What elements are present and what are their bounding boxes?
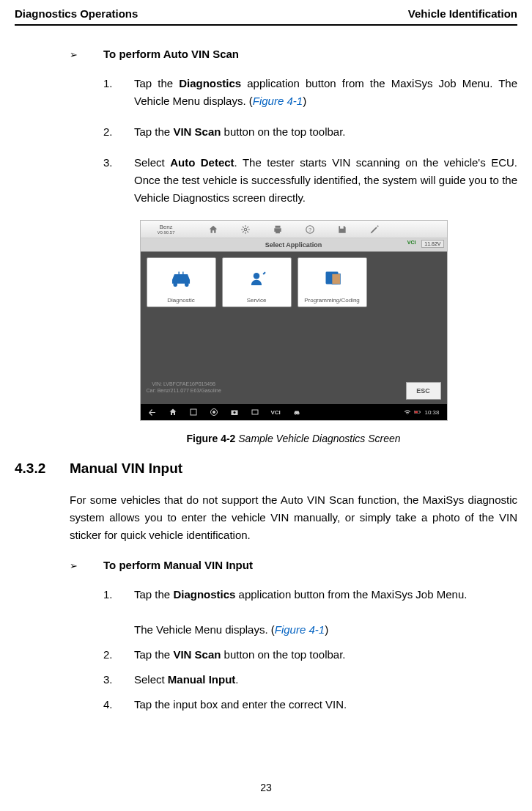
edit-icon[interactable]	[369, 224, 380, 235]
figure-bottom-bar: VCI 10:38	[141, 404, 447, 420]
list-item: 3. Select Auto Detect. The tester starts…	[103, 154, 517, 207]
section-title: Manual VIN Input	[70, 460, 182, 477]
procedure-heading-2: ➢ To perform Manual VIN Input	[70, 559, 517, 571]
step-number: 3.	[103, 671, 134, 689]
tile-diagnostic[interactable]: Diagnostic	[147, 257, 216, 307]
step-number: 1.	[103, 586, 134, 639]
back-icon[interactable]	[148, 408, 157, 416]
service-icon	[244, 258, 269, 297]
step-text: Tap the VIN Scan button on the top toolb…	[134, 646, 517, 664]
esc-button[interactable]: ESC	[406, 382, 441, 400]
toolbar-icons: ?	[192, 224, 447, 235]
svg-rect-6	[191, 409, 196, 415]
time-label: 10:38	[424, 409, 439, 416]
camera-icon[interactable]	[230, 408, 239, 416]
list-item: 1. Tap the Diagnostics application butto…	[103, 586, 517, 639]
section-paragraph: For some vehicles that do not support th…	[70, 491, 517, 544]
svg-text:?: ?	[308, 226, 311, 232]
procedure-title-1: To perform Auto VIN Scan	[103, 48, 239, 60]
figure-link[interactable]: Figure 4-1	[275, 623, 325, 636]
home-icon[interactable]	[208, 224, 218, 235]
step-number: 3.	[103, 154, 134, 207]
recent-icon[interactable]	[189, 408, 198, 416]
step-list-1: 1. Tap the Diagnostics application butto…	[70, 75, 517, 207]
section-heading: 4.3.2 Manual VIN Input	[15, 460, 517, 477]
tile-service[interactable]: Service	[222, 257, 292, 307]
list-item: 1. Tap the Diagnostics application butto…	[103, 75, 517, 110]
svg-point-3	[254, 272, 260, 279]
header-left: Diagnostics Operations	[15, 7, 138, 20]
page-header: Diagnostics Operations Vehicle Identific…	[15, 7, 517, 26]
app-tiles: Diagnostic Service Programming/Coding	[147, 257, 367, 307]
print-icon[interactable]	[273, 224, 283, 235]
step-text: Tap the Diagnostics application button f…	[134, 75, 517, 110]
step-text: Select Auto Detect. The tester starts VI…	[134, 154, 517, 207]
arrow-bullet-icon: ➢	[70, 560, 103, 571]
tile-programming[interactable]: Programming/Coding	[298, 257, 367, 307]
battery-icon	[414, 409, 421, 415]
save-icon[interactable]	[337, 224, 347, 235]
procedure-title-2: To perform Manual VIN Input	[103, 559, 253, 571]
home-nav-icon[interactable]	[169, 408, 177, 416]
figure-container: Benz V0.90.57 ? Select Application VCI 1…	[70, 220, 517, 444]
step-text: Tap the Diagnostics application button f…	[134, 586, 517, 639]
header-right: Vehicle Identification	[408, 7, 517, 20]
programming-icon	[319, 258, 344, 297]
figure-subtitle-bar: Select Application	[141, 238, 447, 252]
step-number: 2.	[103, 123, 134, 141]
svg-point-8	[213, 411, 215, 414]
svg-rect-11	[252, 410, 258, 414]
svg-rect-5	[332, 274, 340, 284]
svg-point-10	[233, 411, 235, 414]
step-number: 2.	[103, 646, 134, 664]
settings-icon[interactable]	[240, 224, 251, 235]
vci-indicator: VCI	[407, 240, 416, 245]
step-text: Tap the VIN Scan button on the top toolb…	[134, 123, 517, 141]
list-item: 3. Select Manual Input.	[103, 671, 517, 689]
vin-info: VIN: LVBFCFAE16P015498 Car: Benz/211.077…	[147, 381, 221, 394]
vci-nav-label[interactable]: VCI	[271, 409, 281, 416]
step-number: 1.	[103, 75, 134, 110]
figure-top-toolbar: Benz V0.90.57 ?	[141, 221, 447, 238]
step-number: 4.	[103, 696, 134, 713]
help-icon[interactable]: ?	[305, 224, 315, 235]
record-icon[interactable]	[210, 408, 218, 416]
svg-rect-13	[415, 411, 418, 414]
car-icon	[169, 258, 193, 297]
wifi-icon	[404, 408, 411, 416]
arrow-bullet-icon: ➢	[70, 49, 103, 60]
step-text: Tap the input box and enter the correct …	[134, 696, 517, 713]
list-item: 2. Tap the VIN Scan button on the top to…	[103, 123, 517, 141]
svg-rect-14	[420, 411, 421, 413]
svg-point-0	[244, 228, 247, 231]
car-nav-icon[interactable]	[292, 408, 301, 416]
screenshot-figure: Benz V0.90.57 ? Select Application VCI 1…	[140, 220, 448, 421]
screenshot-icon[interactable]	[251, 408, 259, 416]
figure-link[interactable]: Figure 4-1	[253, 95, 303, 107]
section-number: 4.3.2	[15, 460, 56, 477]
figure-caption: Figure 4-2 Sample Vehicle Diagnostics Sc…	[70, 433, 517, 444]
list-item: 4. Tap the input box and enter the corre…	[103, 696, 517, 713]
procedure-heading-1: ➢ To perform Auto VIN Scan	[70, 48, 517, 60]
list-item: 2. Tap the VIN Scan button on the top to…	[103, 646, 517, 664]
step-text: Select Manual Input.	[134, 671, 517, 689]
page-number: 23	[0, 782, 532, 793]
vehicle-brand-label: Benz V0.90.57	[141, 224, 192, 235]
voltage-indicator: 11.82V	[421, 240, 443, 248]
step-list-2: 1. Tap the Diagnostics application butto…	[70, 586, 517, 713]
